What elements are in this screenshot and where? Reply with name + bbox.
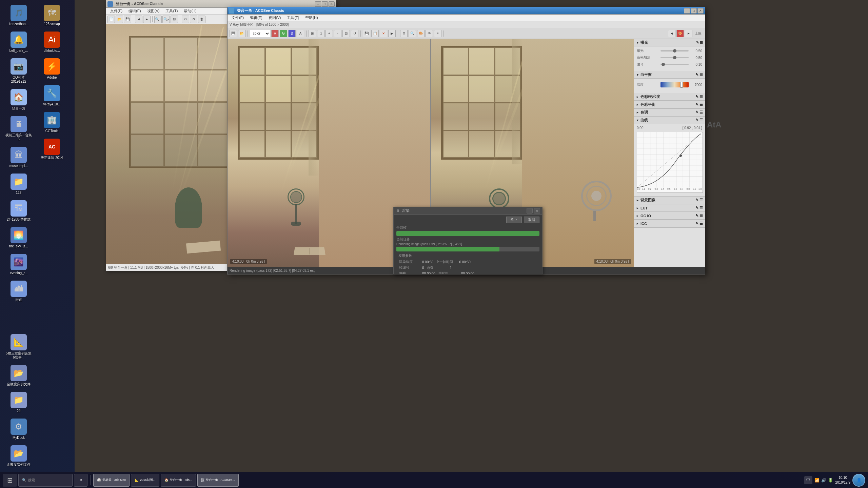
- desktop-icon-jingao[interactable]: 📂 金嗷度实例文件: [3, 364, 34, 388]
- vfb-stop-btn[interactable]: 终止: [506, 217, 522, 223]
- desktop-icon-mydock[interactable]: ⚙ MyDock: [3, 417, 34, 441]
- minimize-btn-1[interactable]: ─: [315, 1, 321, 7]
- desktop-icon-vray[interactable]: ⚡ Adobe: [37, 57, 67, 81]
- vfb-minimize[interactable]: ─: [527, 208, 533, 214]
- vray-tb-lens[interactable]: 🔍: [409, 30, 416, 37]
- tb-fit-1[interactable]: ⊡: [171, 16, 178, 23]
- menu-edit-2[interactable]: 编辑(E): [247, 15, 265, 21]
- profile-avatar[interactable]: 👤: [852, 474, 865, 487]
- tb-save-1[interactable]: 💾: [124, 16, 131, 23]
- taskbar-search-btn[interactable]: 🔍 搜索: [18, 474, 73, 487]
- desktop-icon-2pound[interactable]: 📁 2#: [3, 390, 34, 414]
- close-btn-2[interactable]: ✕: [697, 8, 704, 14]
- menu-tools-1[interactable]: 工具(T): [163, 8, 180, 14]
- taskbar-app-2016[interactable]: 📐 2016制图...: [131, 474, 159, 487]
- desktop-icon-evening[interactable]: 🌆 evening_r...: [3, 252, 34, 277]
- desktop-icon-jinliu[interactable]: 📂 金嗷度实例文件: [3, 444, 34, 468]
- section-header-color[interactable]: ► 色调 ✎ ☰: [634, 109, 705, 116]
- vray-tb-alpha[interactable]: A: [297, 30, 304, 37]
- taskbar-app-dengyi-3ds[interactable]: 🏠 登台一角 - 3ds...: [161, 474, 196, 487]
- section-header-wb[interactable]: ▼ 白平衡 ✎ ☰: [634, 71, 705, 79]
- desktop-icon-sky[interactable]: 🌅 the_sky_js...: [3, 226, 34, 250]
- language-indicator[interactable]: 中: [804, 476, 812, 484]
- desktop-icon-2num1208[interactable]: 🏗 2#-1208-替建筑: [3, 199, 34, 223]
- curve-graph[interactable]: 0.0 0.1 0.2 0.3 0.4 0.5 0.6 0.7 0.8 0.: [637, 132, 703, 193]
- vray-tb-zoom-out[interactable]: -: [334, 30, 341, 37]
- minimize-btn-2[interactable]: ─: [684, 8, 690, 14]
- desktop-icon-123[interactable]: 📁 123: [3, 172, 34, 196]
- tb-new-1[interactable]: 📄: [107, 16, 115, 23]
- window-controls-2[interactable]: ─ □ ✕: [684, 8, 704, 14]
- desktop-icon-street[interactable]: 🏙 街道: [3, 279, 34, 303]
- vray-tb-rgb-g[interactable]: G: [280, 30, 287, 37]
- desktop-icon-konzerthaus[interactable]: 🎵 konzerthan...: [3, 3, 34, 27]
- tb-zoom-in-1[interactable]: 🔍+: [154, 16, 162, 23]
- color-mode-select[interactable]: color mono alpha: [250, 30, 270, 37]
- vfb-titlebar[interactable]: 🖥 渲染 ─ ✕: [394, 207, 542, 215]
- desktop-icon-5jian[interactable]: 📐 5幢三室案例合集6实事...: [3, 333, 34, 361]
- section-header-colorbalance[interactable]: ► 色彩平衡 ✎ ☰: [634, 101, 705, 108]
- tb-delete-1[interactable]: 🗑: [198, 16, 205, 23]
- menu-tools-2[interactable]: 工具(T): [284, 15, 302, 21]
- vfb-cancel-btn[interactable]: 取消: [524, 217, 539, 223]
- desktop-icon-setup1[interactable]: 🏠 登台一角: [3, 88, 34, 112]
- gamma-slider[interactable]: [660, 64, 689, 65]
- desktop-icon-museum[interactable]: 🏛 museumpl...: [3, 145, 34, 169]
- menu-file-2[interactable]: 文件(F): [229, 15, 246, 21]
- desktop-icon-vrmap[interactable]: 🗺 123.vrmap: [37, 3, 67, 27]
- vfb-controls[interactable]: ─ ✕: [527, 208, 540, 214]
- taskbar-taskview-btn[interactable]: ⧉: [74, 474, 87, 487]
- section-header-huesat[interactable]: ► 色彩/饱和度 ✎ ☰: [634, 93, 705, 101]
- taskbar-app-acdsee[interactable]: 🖼 登台一角 - ACDSee...: [197, 474, 239, 487]
- section-header-bgimage[interactable]: ► 背景图像 ✎ ☰: [634, 197, 705, 204]
- desktop-icon-tzjz[interactable]: 🏢 CGTools: [37, 110, 67, 135]
- vfb-close[interactable]: ✕: [534, 208, 540, 214]
- desktop-icon-vfrandalg[interactable]: 🖥 视前三维实...合集6: [3, 115, 34, 143]
- titlebar-acdsee-2[interactable]: 登台一角 - ACDSee Classic ─ □ ✕: [228, 7, 705, 15]
- vray-tb-arrow-r[interactable]: ►: [685, 30, 692, 37]
- desktop-icon-bellpark[interactable]: 🔔 bell_park_...: [3, 30, 34, 54]
- vray-tb-save2[interactable]: 💾: [363, 30, 370, 37]
- vray-tb-open[interactable]: 📂: [238, 30, 245, 37]
- vray-tb-rgb-r[interactable]: R: [271, 30, 279, 37]
- tb-next-1[interactable]: ►: [143, 16, 151, 23]
- tb-prev-1[interactable]: ◄: [135, 16, 142, 23]
- vray-tb-reset[interactable]: ↺: [351, 30, 358, 37]
- tb-rotate-r-1[interactable]: ↻: [190, 16, 197, 23]
- window-controls-1[interactable]: ─ □ ✕: [315, 1, 335, 7]
- vray-tb-render[interactable]: ▶: [388, 30, 396, 37]
- desktop-icon-cgtools[interactable]: 🔧 VRay4.10...: [37, 84, 67, 108]
- tb-zoom-out-1[interactable]: 🔍-: [162, 16, 170, 23]
- tb-rotate-l-1[interactable]: ↺: [182, 16, 189, 23]
- vray-tb-save[interactable]: 💾: [230, 30, 237, 37]
- tray-network-icon[interactable]: 📶: [814, 477, 820, 483]
- tb-open-1[interactable]: 📂: [116, 16, 123, 23]
- vray-tb-color-picker[interactable]: 🎨: [417, 30, 425, 37]
- menu-help-1[interactable]: 帮助(H): [181, 8, 199, 14]
- desktop-icon-adobe[interactable]: Ai dikhololo...: [37, 30, 67, 54]
- section-header-ocio[interactable]: ► OC IO ✎ ☰: [634, 212, 705, 220]
- vray-tb-compare[interactable]: ⊞: [309, 30, 316, 37]
- section-header-exposure[interactable]: ▼ 曝光 ✎ ☰: [634, 39, 705, 46]
- vray-tb-stereo[interactable]: 👁: [426, 30, 433, 37]
- vray-tb-copy[interactable]: 📋: [371, 30, 379, 37]
- desktop-icon-autocad[interactable]: AC 天正建筑 2014: [37, 137, 67, 161]
- section-header-curve[interactable]: ▼ 曲线 ✎ ☰: [634, 117, 705, 124]
- vray-tb-region[interactable]: □: [317, 30, 324, 37]
- vray-tb-settings[interactable]: ⚙: [400, 30, 408, 37]
- tray-clock[interactable]: 10:10 2019/12/9: [835, 475, 851, 485]
- taskbar-app-3dsmax[interactable]: 🎲 无标题 - 3ds Max: [93, 474, 130, 487]
- menu-view-1[interactable]: 视图(V): [144, 8, 162, 14]
- menu-file-1[interactable]: 文件(F): [107, 8, 125, 14]
- vray-tb-arrow-l[interactable]: ◄: [668, 30, 675, 37]
- menu-edit-1[interactable]: 编辑(E): [126, 8, 144, 14]
- section-header-icc[interactable]: ► ICC ✎ ☰: [634, 220, 705, 227]
- window-vfb[interactable]: 🖥 渲染 ─ ✕ 终止 取消 全部帧: [393, 207, 542, 274]
- vray-tb-zoom-in[interactable]: +: [326, 30, 333, 37]
- vray-tb-channel[interactable]: ≡: [434, 30, 441, 37]
- highlight-slider[interactable]: [660, 57, 689, 58]
- vray-tb-fit[interactable]: ⊡: [342, 30, 350, 37]
- maximize-btn-2[interactable]: □: [691, 8, 697, 14]
- close-btn-1[interactable]: ✕: [329, 1, 335, 7]
- taskbar-start-button[interactable]: ⊞: [3, 474, 17, 487]
